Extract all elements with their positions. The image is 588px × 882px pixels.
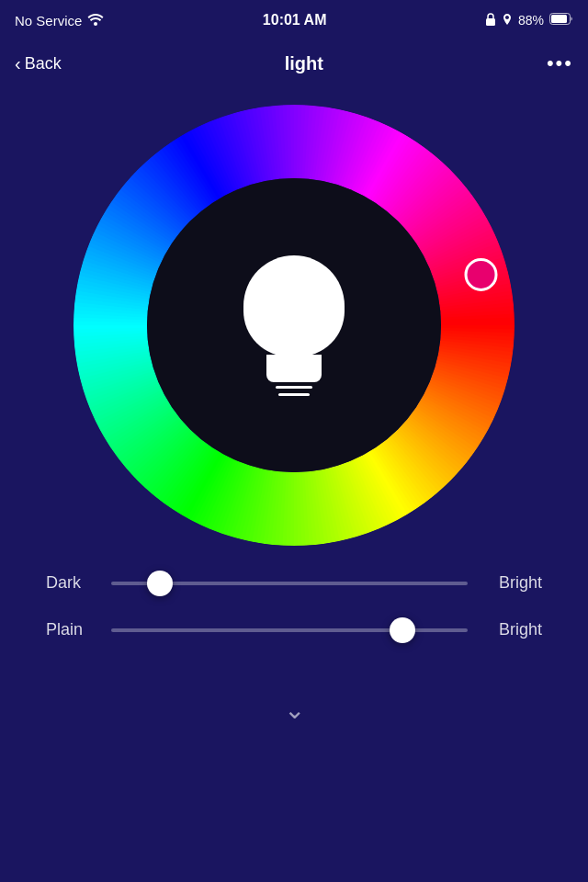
more-button[interactable]: ••• bbox=[547, 51, 573, 75]
lock-icon bbox=[485, 13, 496, 28]
status-time: 10:01 AM bbox=[263, 12, 327, 28]
brightness-slider-thumb[interactable] bbox=[147, 571, 173, 596]
status-right: 88% bbox=[485, 13, 573, 28]
svg-point-0 bbox=[94, 22, 97, 26]
chevron-down-icon[interactable]: ⌄ bbox=[284, 695, 305, 725]
saturation-label-plain: Plain bbox=[46, 620, 96, 639]
saturation-slider-row: Plain Bright bbox=[46, 620, 542, 639]
saturation-slider-track[interactable] bbox=[111, 628, 468, 632]
chevron-row[interactable]: ⌄ bbox=[0, 685, 588, 734]
brightness-label-dark: Dark bbox=[46, 573, 96, 593]
svg-rect-1 bbox=[486, 18, 495, 26]
bulb-line-1 bbox=[276, 386, 312, 389]
saturation-slider-thumb[interactable] bbox=[390, 617, 415, 643]
status-bar: No Service 10:01 AM 88% bbox=[0, 0, 588, 40]
brightness-slider-row: Dark Bright bbox=[46, 573, 542, 593]
status-left: No Service bbox=[15, 13, 104, 28]
bulb-base bbox=[266, 355, 322, 382]
bulb-lines bbox=[276, 386, 312, 396]
color-wheel-section bbox=[0, 86, 588, 555]
saturation-label-bright: Bright bbox=[482, 620, 542, 639]
svg-rect-3 bbox=[551, 15, 567, 23]
wheel-inner-circle bbox=[147, 178, 441, 472]
nav-bar: ‹ Back light ••• bbox=[0, 40, 588, 86]
brightness-slider-track[interactable] bbox=[111, 582, 468, 585]
bulb-icon bbox=[243, 255, 345, 396]
brightness-label-bright: Bright bbox=[482, 573, 542, 593]
back-button[interactable]: ‹ Back bbox=[15, 53, 62, 74]
bulb-line-2 bbox=[278, 393, 310, 396]
wifi-icon bbox=[87, 13, 104, 28]
location-icon bbox=[502, 13, 513, 28]
bulb-body bbox=[243, 255, 345, 356]
back-label: Back bbox=[25, 54, 62, 74]
battery-percentage: 88% bbox=[518, 13, 544, 28]
page-title: light bbox=[285, 53, 323, 74]
color-wheel-container[interactable] bbox=[74, 105, 514, 546]
battery-icon bbox=[549, 13, 573, 28]
color-picker-handle[interactable] bbox=[465, 258, 498, 291]
carrier-text: No Service bbox=[15, 13, 82, 28]
chevron-left-icon: ‹ bbox=[15, 53, 21, 74]
sliders-section: Dark Bright Plain Bright bbox=[0, 555, 588, 685]
